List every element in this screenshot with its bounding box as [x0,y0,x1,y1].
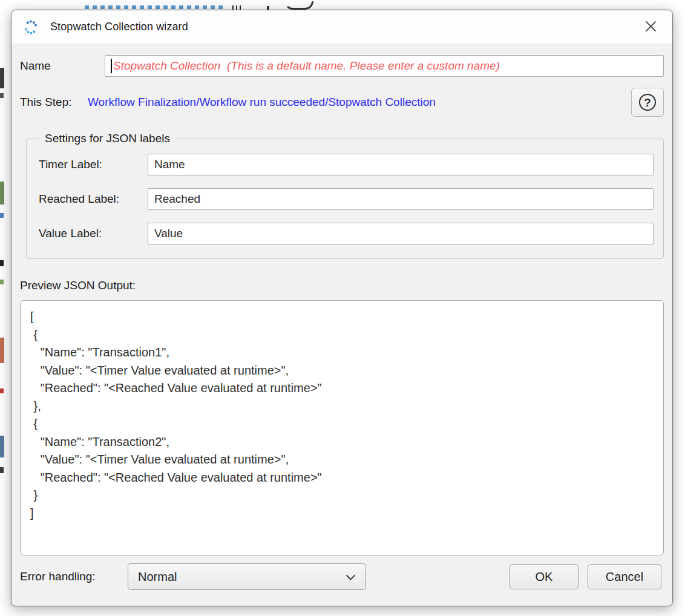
background-artifact [0,338,4,363]
chevron-down-icon [346,570,356,584]
this-step-label: This Step: [20,96,88,109]
help-button[interactable]: ? [631,88,664,117]
this-step-path-link[interactable]: Workflow Finalization/Workflow run succe… [88,96,436,109]
background-artifact [0,388,4,393]
name-input-value: Stopwatch Collection (This is a default … [113,59,500,73]
cancel-button[interactable]: Cancel [588,564,661,589]
error-handling-selected-value: Normal [138,570,177,584]
stopwatch-collection-wizard-dialog: Stopwatch Collection wizard Name Stopwat… [11,10,673,606]
name-label: Name [20,59,105,73]
ok-button[interactable]: OK [510,564,578,589]
question-mark-icon: ? [639,94,656,111]
name-input[interactable]: Stopwatch Collection (This is a default … [105,55,664,77]
error-handling-label: Error handling: [20,570,128,583]
background-artifact-curve [284,1,313,10]
value-label-row: Value Label: [39,223,654,244]
this-step-row: This Step: Workflow Finalization/Workflo… [20,87,664,117]
background-artifact [0,467,4,473]
value-label-input[interactable] [148,223,654,244]
reached-label-input[interactable] [148,188,654,210]
json-preview-textarea[interactable]: [ { "Name": "Transaction1", "Value": "<T… [20,300,664,555]
timer-label-label: Timer Label: [39,158,148,171]
reached-label-label: Reached Label: [39,192,148,206]
title-bar[interactable]: Stopwatch Collection wizard [11,10,672,44]
close-icon [645,21,657,34]
value-label-label: Value Label: [39,227,148,240]
dialog-body: Name Stopwatch Collection (This is a def… [11,44,672,606]
dialog-title: Stopwatch Collection wizard [50,21,188,33]
background-artifact [0,260,4,266]
sync-icon [22,19,39,36]
background-artifact [0,182,4,205]
background-artifact [0,93,4,98]
name-row: Name Stopwatch Collection (This is a def… [20,55,664,77]
timer-label-row: Timer Label: [39,154,654,175]
text-caret [111,59,112,73]
background-artifact [0,436,4,457]
close-button[interactable] [635,14,666,41]
background-artifact [0,213,4,218]
timer-label-input[interactable] [148,154,654,175]
error-handling-select[interactable]: Normal [128,563,366,590]
reached-label-row: Reached Label: [39,188,654,210]
settings-group-legend: Settings for JSON labels [40,132,175,145]
settings-group: Settings for JSON labels Timer Label: Re… [26,132,664,259]
footer-bar: Error handling: Normal OK Cancel [20,563,664,590]
background-artifact-dashed-line [85,5,225,9]
background-artifact [0,280,4,284]
preview-json-output-label: Preview JSON Output: [20,279,664,292]
background-artifact [0,68,4,88]
